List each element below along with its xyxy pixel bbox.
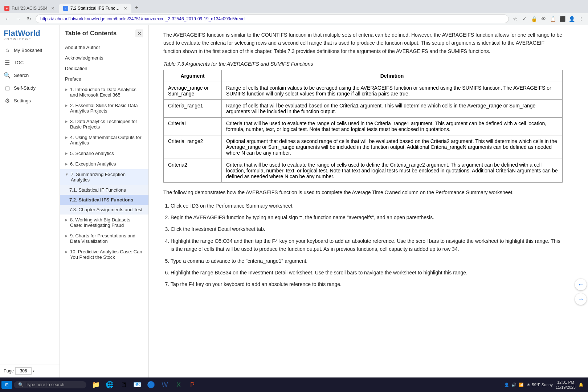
weather-widget: ☀ 59°F Sunny [527,383,553,387]
toc-item-ch10[interactable]: ▶ 10. Predictive Analytics Case: Can You… [60,246,148,262]
toc-item-ch2-label: 2. Essential Skills for Basic Data Analy… [70,103,143,114]
search-icon: 🔍 [4,72,11,79]
page-prev-icon[interactable]: ‹ [33,368,34,373]
sidebar-item-toc-label: TOC [14,60,24,65]
step-5: Type a comma to advance to the "criteria… [171,257,563,265]
ch7-arrow-icon: ▼ [65,172,69,176]
prev-page-button[interactable]: ← [575,279,587,290]
extension-3-icon[interactable]: 👁 [539,15,547,23]
toc-item-dedication[interactable]: Dedication [60,63,148,74]
ch2-arrow-icon: ▶ [65,103,68,107]
table-row-1-def: Range of cells that contain values to be… [222,82,563,100]
ch9-arrow-icon: ▶ [65,234,68,238]
ch4-arrow-icon: ▶ [65,135,68,139]
system-tray: 👤 🔊 📶 [504,383,524,387]
toc-item-ch1-label: 1. Introduction to Data Analytics and Mi… [70,87,143,98]
toc-item-ch7[interactable]: ▼ 7. Summarizing Exception Analytics [60,169,148,185]
toc-item-ch8[interactable]: ▶ 8. Working with Big Datasets Case: Inv… [60,215,148,230]
reload-button[interactable]: ↻ [25,15,33,23]
table-row-4-arg: Criteria_range2 [164,135,222,159]
toc-item-ch2[interactable]: ▶ 2. Essential Skills for Basic Data Ana… [60,100,148,116]
tab-1-label: Fall '23 ACIS 1504 [12,6,48,11]
taskbar-app-word[interactable]: W [158,378,171,391]
following-paragraph: The following demonstrates how the AVERA… [163,188,563,196]
taskbar-app-file-explorer[interactable]: 📁 [89,378,102,391]
tray-icon-2: 🔊 [511,383,516,387]
profile-icon[interactable]: 👤 [568,15,576,23]
step-4: Highlight the range O5:O34 and then tap … [171,237,563,253]
toc-item-about-author[interactable]: About the Author [60,42,148,53]
browser-chrome: F Fall '23 ACIS 1504 ✕ f 7.2 Statistical… [0,0,588,25]
ch1-arrow-icon: ▶ [65,87,68,91]
tab-2-close[interactable]: ✕ [124,6,127,11]
self-study-icon: ◻ [4,85,11,91]
tab-1-favicon: F [4,6,9,11]
table-row-5-def: Criteria that will be used to evaluate t… [222,159,563,183]
taskbar-app-edge[interactable]: 🌐 [103,378,116,391]
start-button[interactable]: ⊞ [1,381,12,389]
tab-2[interactable]: f 7.2 Statistical IFS Functions | D... ✕ [59,4,131,13]
sidebar-item-self-study[interactable]: ◻ Self-Study [0,82,60,94]
page-number-area: Page ‹ [0,364,60,377]
toc-header: Table of Contents ✕ [60,25,148,42]
toc-item-ch5[interactable]: ▶ 5. Scenario Analytics [60,148,148,159]
taskbar-search-text: Type here to search [26,382,64,387]
toc-item-ch6-label: 6. Exception Analytics [70,161,116,167]
taskbar-apps: 📁 🌐 🖥 📧 🔵 W X P [89,378,199,391]
taskbar-app-powerpoint[interactable]: P [186,378,199,391]
toc-item-preface[interactable]: Preface [60,74,148,84]
toc-item-ch7-2[interactable]: 7.2. Statistical IFS Functions [60,195,148,205]
search-icon-taskbar: 🔍 [18,382,24,387]
sidebar-item-settings-label: Settings [14,98,31,103]
clock-date: 11/19/2023 [556,385,576,390]
extension-2-icon[interactable]: 🔒 [530,15,538,23]
toc-item-acknowledgments[interactable]: Acknowledgments [60,53,148,63]
toc-item-ch6[interactable]: ▶ 6. Exception Analytics [60,159,148,169]
taskbar-right: 👤 🔊 📶 ☀ 59°F Sunny 12:01 PM 11/19/2023 🔔 [504,380,587,390]
toc-item-ch9[interactable]: ▶ 9. Charts for Presentations and Data V… [60,230,148,246]
sidebar-item-toc[interactable]: ☰ TOC [0,56,60,69]
sidebar-item-settings[interactable]: ⚙ Settings [0,94,60,107]
tray-icon-wifi: 📶 [519,383,524,387]
extension-1-icon[interactable]: ✓ [520,15,528,23]
intro-text: The AVERAGEIFS function is similar to th… [163,32,562,54]
taskbar: ⊞ 🔍 Type here to search 📁 🌐 🖥 📧 🔵 W X P … [0,377,588,392]
split-screen-icon[interactable]: ⬛ [558,15,566,23]
arguments-table: Argument Definition Average_range or Sum… [163,70,563,183]
page-number-input[interactable] [15,367,32,375]
intro-paragraph: The AVERAGEIFS function is similar to th… [163,31,563,55]
table-row-2: Criteria_range1 Range of cells that will… [164,100,563,118]
tab-1[interactable]: F Fall '23 ACIS 1504 ✕ [0,4,59,13]
toc-item-ch7-1[interactable]: 7.1. Statistical IF Functions [60,185,148,195]
taskbar-app-2[interactable]: 📧 [131,378,144,391]
toc-item-ch3[interactable]: ▶ 3. Data Analytics Techniques for Basic… [60,116,148,132]
menu-icon[interactable]: ⋮ [577,15,585,23]
next-page-button[interactable]: → [575,293,587,305]
step-6: Highlight the range B5:B34 on the Invest… [171,269,563,277]
toc-item-ch7-label: 7. Summarizing Exception Analytics [71,172,143,183]
notification-icon[interactable]: 🔔 [579,383,584,387]
system-clock: 12:01 PM 11/19/2023 [556,380,576,390]
home-icon: ⌂ [4,47,11,53]
forward-button[interactable]: → [14,15,23,23]
sidebar-item-my-bookshelf[interactable]: ⌂ My Bookshelf [0,44,60,56]
tray-icon-1: 👤 [504,383,509,387]
extension-4-icon[interactable]: 📋 [549,15,557,23]
toc-item-ch4[interactable]: ▶ 4. Using Mathematical Outputs for Anal… [60,132,148,148]
new-tab-button[interactable]: + [131,2,142,13]
taskbar-app-1[interactable]: 🖥 [117,378,130,391]
tab-1-close[interactable]: ✕ [51,6,54,11]
taskbar-app-excel[interactable]: X [172,378,185,391]
toc-item-ch7-3[interactable]: 7.3. Chapter Assignments and Test [60,205,148,215]
tab-2-favicon: f [63,6,68,11]
bookmark-star-icon[interactable]: ☆ [511,15,519,23]
taskbar-search[interactable]: 🔍 Type here to search [14,381,86,388]
toc-item-ch1[interactable]: ▶ 1. Introduction to Data Analytics and … [60,84,148,100]
back-button[interactable]: ← [3,15,12,23]
weather-icon: ☀ [527,383,530,387]
table-header-definition: Definition [222,70,563,82]
url-input[interactable]: https://scholar.flatworldknowledge.com/b… [36,15,509,23]
toc-close-button[interactable]: ✕ [135,29,143,37]
sidebar-item-search[interactable]: 🔍 Search [0,69,60,82]
taskbar-app-chrome[interactable]: 🔵 [144,378,158,391]
